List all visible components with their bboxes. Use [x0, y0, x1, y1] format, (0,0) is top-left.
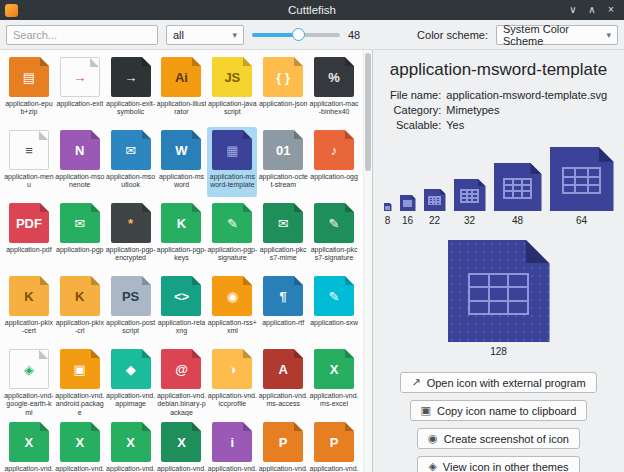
icon-grid-item[interactable]: K application-pkix-cert: [4, 273, 54, 343]
icon-glyph: *: [128, 216, 133, 231]
icon-grid-item[interactable]: ✉ application-pgp: [55, 200, 105, 270]
mimetype-file-icon: K: [161, 203, 201, 243]
mimetype-file-icon: ¶: [263, 276, 303, 316]
icon-label: application-epub+zip: [4, 100, 54, 117]
mimetype-file-icon: P: [314, 422, 354, 462]
icon-grid-item[interactable]: → application-exit: [55, 54, 105, 124]
action-button-label: Copy icon name to clipboard: [437, 405, 576, 417]
icon-glyph: K: [177, 216, 186, 231]
icon-grid-item[interactable]: JS application-javascript: [207, 54, 257, 124]
icon-grid-item[interactable]: ≡ application-menu: [4, 127, 54, 197]
folded-corner: [478, 179, 485, 186]
icon-grid-item[interactable]: 01 application-octet-stream: [258, 127, 308, 197]
folded-corner: [530, 163, 541, 174]
color-scheme-dropdown[interactable]: System Color Scheme ▾: [496, 25, 618, 45]
search-input[interactable]: [6, 25, 158, 45]
icon-grid-item[interactable]: { } application-json: [258, 54, 308, 124]
scrollbar-thumb[interactable]: [365, 53, 371, 171]
icon-grid-item[interactable]: PS application-postscript: [106, 273, 156, 343]
icon-grid-item[interactable]: ▣ application-vnd.android.package: [55, 346, 105, 416]
icon-label: application-vnd.ms-excel.addin.m: [4, 465, 54, 472]
folded-corner: [440, 189, 445, 194]
category-dropdown[interactable]: all ▾: [166, 25, 244, 45]
size-preview-item: 32: [454, 179, 486, 226]
mimetype-file-icon: K: [60, 276, 100, 316]
icon-grid-item[interactable]: ▤ application-epub+zip: [4, 54, 54, 124]
icon-grid-item[interactable]: P application-vnd.ms-powerpoint: [258, 419, 308, 472]
icon-grid-item[interactable]: ✎ application-sxw: [309, 273, 359, 343]
icon-grid-item[interactable]: ◉ application-rss+xml: [207, 273, 257, 343]
icon-grid-item[interactable]: i application-vnd.ms-infopath: [207, 419, 257, 472]
icon-glyph: X: [25, 435, 34, 450]
icon-grid-item[interactable]: W application-msword: [157, 127, 207, 197]
action-button-label: View icon in other themes: [443, 461, 569, 472]
icon-grid-item[interactable]: ◆ application-vnd.appimage: [106, 346, 156, 416]
msword-template-icon-preview: [494, 163, 542, 211]
icon-grid-item[interactable]: K application-pkix-crl: [55, 273, 105, 343]
screenshot-icon: ◉: [428, 432, 438, 445]
icon-glyph: ✎: [329, 289, 340, 304]
icon-label: application-pgp-encrypted: [106, 246, 156, 263]
icon-grid-item[interactable]: X application-vnd.ms-excel.sheet.m: [106, 419, 156, 472]
titlebar[interactable]: Cuttlefish ∨ ∧ ×: [0, 0, 624, 20]
icon-size-slider[interactable]: [252, 25, 340, 45]
category-dropdown-value: all: [173, 29, 184, 41]
icon-grid-item[interactable]: ✉ application-msoutlook: [106, 127, 156, 197]
mimetype-file-icon: ✉: [60, 203, 100, 243]
icon-grid-item[interactable]: ◈ application-vnd-google-earth-kml: [4, 346, 54, 416]
icon-grid-item[interactable]: X application-vnd.ms-excel.sheet.bi: [55, 419, 105, 472]
icon-grid-item[interactable]: @ application-vnd.debian.binary-package: [157, 346, 207, 416]
icon-grid-item[interactable]: PDF application-pdf: [4, 200, 54, 270]
size-label: 16: [402, 215, 413, 226]
icon-grid-item[interactable]: N application-msonenote: [55, 127, 105, 197]
slider-handle[interactable]: [292, 28, 305, 41]
action-button[interactable]: ▣ Copy icon name to clipboard: [410, 400, 588, 421]
icon-grid-item[interactable]: % application-mac-binhex40: [309, 54, 359, 124]
icon-grid-item[interactable]: A application-vnd.ms-access: [258, 346, 308, 416]
icon-grid-item[interactable]: ▦ application-msword-template: [207, 127, 257, 197]
icon-grid-item[interactable]: ♪ application-ogg: [309, 127, 359, 197]
folded-corner: [390, 203, 392, 205]
mimetype-file-icon: X: [60, 422, 100, 462]
action-button[interactable]: ◈ View icon in other themes: [417, 456, 579, 472]
icon-grid-item[interactable]: X application-vnd.ms-excel: [309, 346, 359, 416]
icon-grid-item[interactable]: → application-exit-symbolic: [106, 54, 156, 124]
icon-grid-item[interactable]: ✉ application-pkcs7-mime: [258, 200, 308, 270]
icon-grid-item[interactable]: P application-vnd.ms-powerpoint.a: [309, 419, 359, 472]
icon-grid-item[interactable]: Ai application-illustrator: [157, 54, 207, 124]
window-title: Cuttlefish: [0, 4, 624, 16]
minimize-button[interactable]: ∨: [565, 1, 581, 19]
icon-glyph: ✎: [227, 216, 238, 231]
icon-glyph: A: [279, 362, 288, 377]
icon-grid-pane: ▤ application-epub+zip → application-exi…: [0, 50, 372, 472]
icon-grid-item[interactable]: * application-pgp-encrypted: [106, 200, 156, 270]
icon-grid-item[interactable]: K application-pgp-keys: [157, 200, 207, 270]
clipboard-icon: ▣: [421, 404, 431, 417]
size-preview-item: 16: [400, 195, 416, 226]
icon-name-heading: application-msword-template: [390, 60, 607, 80]
icon-grid-item[interactable]: X application-vnd.ms-excel.addin.m: [4, 419, 54, 472]
chevron-down-icon: ▾: [606, 30, 611, 40]
icon-glyph: %: [328, 70, 340, 85]
icon-grid-item[interactable]: ✎ application-pgp-signature: [207, 200, 257, 270]
mimetype-file-icon: P: [263, 422, 303, 462]
mimetype-file-icon: X: [111, 422, 151, 462]
icon-grid-item[interactable]: <> application-relaxng: [157, 273, 207, 343]
vertical-scrollbar[interactable]: [363, 50, 372, 472]
mimetype-file-icon: ◆: [111, 349, 151, 389]
icon-glyph: ◉: [227, 289, 238, 304]
icon-grid-item[interactable]: ◑ application-vnd.iccprofile: [207, 346, 257, 416]
icon-grid-item[interactable]: ✎ application-pkcs7-signature: [309, 200, 359, 270]
icon-grid-item[interactable]: ¶ application-rtf: [258, 273, 308, 343]
toolbar: all ▾ 48 Color scheme: System Color Sche…: [0, 20, 624, 50]
action-button[interactable]: ◉ Create screenshot of icon: [417, 428, 580, 449]
icon-grid-item[interactable]: X application-vnd.ms-excel.templat: [157, 419, 207, 472]
icon-label: application-vnd.ms-excel.sheet.m: [106, 465, 156, 472]
mimetype-file-icon: JS: [212, 57, 252, 97]
close-button[interactable]: ×: [603, 1, 619, 19]
mimetype-file-icon: X: [161, 422, 201, 462]
maximize-button[interactable]: ∧: [584, 1, 600, 19]
msword-template-icon-large: [448, 240, 550, 342]
color-scheme-value: System Color Scheme: [503, 23, 600, 47]
action-button[interactable]: ↗ Open icon with external program: [400, 372, 596, 393]
